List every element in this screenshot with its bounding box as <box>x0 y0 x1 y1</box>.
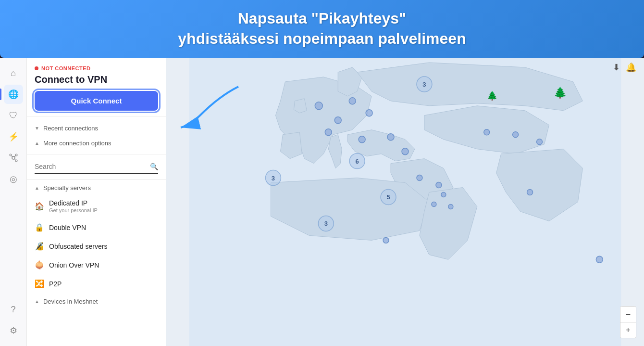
server-list: ▲ Specialty servers 🏠 Dedicated IP Get y… <box>27 179 166 346</box>
search-icon: 🔍 <box>150 163 158 170</box>
p2p-icon: 🔀 <box>35 279 44 288</box>
server-info-dedicated-ip: Dedicated IP Get your personal IP <box>49 199 158 213</box>
sidebar-item-target[interactable]: ◎ <box>4 169 23 189</box>
svg-text:6: 6 <box>356 158 359 165</box>
onion-icon: 🧅 <box>35 260 44 269</box>
svg-point-16 <box>417 175 422 181</box>
recent-connections-row[interactable]: ▼ Recent connections <box>27 121 166 136</box>
svg-text:3: 3 <box>272 175 275 182</box>
svg-point-21 <box>484 129 490 135</box>
download-icon[interactable]: ⬇ <box>613 62 620 73</box>
sidebar-item-home[interactable]: ⌂ <box>4 64 23 83</box>
chevron-up-icon: ▲ <box>35 185 39 191</box>
panel-header: NOT CONNECTED Connect to VPN Quick Conne… <box>27 58 166 117</box>
sidebar-item-lightning[interactable]: ⚡ <box>4 127 23 146</box>
not-connected-text: NOT CONNECTED <box>41 65 90 71</box>
main-panel: NOT CONNECTED Connect to VPN Quick Conne… <box>27 58 166 346</box>
svg-text:🌲: 🌲 <box>554 86 567 99</box>
notification-icon[interactable]: 🔔 <box>626 62 636 73</box>
svg-point-13 <box>359 136 365 143</box>
svg-text:3: 3 <box>324 220 328 227</box>
annotation-text: Napsauta "Pikayhteys" yhdistääksesi nope… <box>178 9 466 49</box>
svg-point-11 <box>334 117 341 124</box>
sidebar-item-shield[interactable]: 🛡 <box>4 106 23 125</box>
svg-point-19 <box>432 202 436 207</box>
svg-point-8 <box>315 102 322 110</box>
world-map: 3 3 6 5 3 🌲 🌲 <box>166 58 644 346</box>
annotation-banner: Napsauta "Pikayhteys" yhdistääksesi nope… <box>0 0 644 58</box>
sidebar-item-network[interactable] <box>4 148 23 167</box>
svg-line-6 <box>14 159 15 160</box>
server-item-onion[interactable]: 🧅 Onion Over VPN <box>27 256 166 274</box>
zoom-out-button[interactable]: – <box>620 307 636 322</box>
zoom-controls: – + <box>620 306 636 338</box>
svg-point-25 <box>383 237 389 243</box>
more-options-row[interactable]: ▲ More connection options <box>27 136 166 151</box>
sidebar-item-globe[interactable]: 🌐 <box>4 85 23 104</box>
sidebar-nav: ⌂ 🌐 🛡 ⚡ ◎ ? ⚙ <box>0 58 27 346</box>
svg-point-23 <box>537 139 543 145</box>
svg-point-1 <box>10 154 12 156</box>
search-box: 🔍 <box>35 160 158 174</box>
specialty-servers-section: ▲ Specialty servers <box>27 179 166 194</box>
search-input[interactable] <box>35 163 146 170</box>
connection-options: ▼ Recent connections ▲ More connection o… <box>27 117 166 155</box>
map-area: ⬇ 🔔 <box>166 58 644 346</box>
svg-point-18 <box>441 192 446 197</box>
search-container: 🔍 <box>27 155 166 179</box>
svg-point-3 <box>15 160 17 162</box>
svg-text:5: 5 <box>386 194 390 201</box>
server-info-double-vpn: Double VPN <box>49 224 158 231</box>
svg-line-4 <box>12 156 12 157</box>
server-info-onion: Onion Over VPN <box>49 261 158 269</box>
status-dot <box>35 66 38 70</box>
quick-connect-button[interactable]: Quick Connect <box>35 91 158 111</box>
svg-point-24 <box>527 190 533 195</box>
chevron-down-icon: ▼ <box>35 126 39 131</box>
svg-point-22 <box>513 132 519 138</box>
chevron-up-icon-2: ▲ <box>35 299 39 304</box>
sidebar-item-help[interactable]: ? <box>4 300 23 319</box>
meshnet-section: ▲ Devices in Meshnet <box>27 293 166 308</box>
svg-text:🌲: 🌲 <box>487 90 498 101</box>
svg-line-5 <box>14 156 15 157</box>
topbar: ⬇ 🔔 <box>605 58 644 77</box>
server-item-p2p[interactable]: 🔀 P2P <box>27 274 166 293</box>
svg-point-38 <box>596 256 603 263</box>
svg-point-12 <box>325 129 332 136</box>
svg-point-15 <box>402 148 409 155</box>
svg-point-17 <box>436 182 442 188</box>
svg-point-2 <box>15 154 17 156</box>
app-container: ⌂ 🌐 🛡 ⚡ ◎ ? ⚙ NOT CONNECTED <box>0 58 644 346</box>
obfuscated-icon: 🔏 <box>35 242 44 251</box>
svg-point-10 <box>366 110 372 116</box>
server-item-double-vpn[interactable]: 🔒 Double VPN <box>27 218 166 237</box>
svg-point-20 <box>448 204 453 209</box>
dedicated-ip-icon: 🏠 <box>35 202 44 211</box>
svg-point-14 <box>387 134 394 141</box>
zoom-in-button[interactable]: + <box>620 322 636 338</box>
svg-text:3: 3 <box>422 81 426 88</box>
sidebar-item-settings[interactable]: ⚙ <box>4 321 23 340</box>
svg-point-9 <box>349 98 356 104</box>
double-vpn-icon: 🔒 <box>35 223 44 232</box>
server-info-p2p: P2P <box>49 280 158 288</box>
server-info-obfuscated: Obfuscated servers <box>49 243 158 250</box>
chevron-up-icon: ▲ <box>35 141 39 146</box>
server-item-dedicated-ip[interactable]: 🏠 Dedicated IP Get your personal IP <box>27 194 166 218</box>
panel-title: Connect to VPN <box>35 74 158 85</box>
connection-status-badge: NOT CONNECTED <box>35 65 158 71</box>
server-item-obfuscated[interactable]: 🔏 Obfuscated servers <box>27 237 166 256</box>
